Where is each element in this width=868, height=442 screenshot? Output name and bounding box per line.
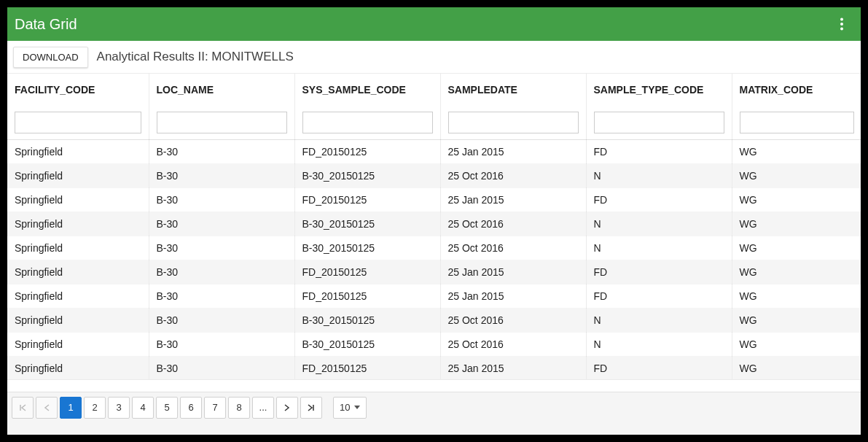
filter-sampledate[interactable] xyxy=(448,112,579,133)
cell-sampledate: 25 Jan 2015 xyxy=(440,139,586,163)
cell-loc_name: B-30 xyxy=(149,236,294,260)
filter-sample-type-code[interactable] xyxy=(594,112,724,133)
cell-facility_code: Springfield xyxy=(7,332,149,356)
col-header-matrix-code[interactable]: MATRIX_CODE xyxy=(732,74,861,106)
pager: 12345678... 10 xyxy=(7,392,861,422)
cell-sampledate: 25 Jan 2015 xyxy=(440,284,586,308)
table-row[interactable]: SpringfieldB-30FD_2015012525 Jan 2015FDW… xyxy=(7,187,861,212)
cell-sampledate: 25 Oct 2016 xyxy=(440,212,586,236)
col-header-sys-sample-code[interactable]: SYS_SAMPLE_CODE xyxy=(294,74,440,106)
panel-header: Data Grid xyxy=(7,7,861,41)
table-row[interactable]: SpringfieldB-30FD_2015012525 Jan 2015FDW… xyxy=(7,260,861,284)
svg-point-2 xyxy=(840,28,843,31)
col-header-loc-name[interactable]: LOC_NAME xyxy=(149,74,294,106)
pager-page-7[interactable]: 7 xyxy=(204,397,226,419)
cell-sample_type_code: FD xyxy=(586,260,732,284)
pager-first-button[interactable] xyxy=(12,397,34,419)
page-last-icon xyxy=(307,403,316,412)
cell-loc_name: B-30 xyxy=(149,260,294,284)
cell-sample_type_code: FD xyxy=(586,284,732,308)
filter-row xyxy=(7,106,861,139)
outer-horizontal-scrollbar[interactable] xyxy=(7,422,861,435)
data-table: FACILITY_CODE LOC_NAME SYS_SAMPLE_CODE S… xyxy=(7,74,861,379)
col-header-sampledate[interactable]: SAMPLEDATE xyxy=(440,74,586,106)
cell-sample_type_code: N xyxy=(586,332,732,356)
download-button[interactable]: DOWNLOAD xyxy=(13,47,88,68)
cell-facility_code: Springfield xyxy=(7,356,149,379)
toolbar: DOWNLOAD Analytical Results II: MONITWEL… xyxy=(7,41,861,73)
cell-sample_type_code: N xyxy=(586,236,732,260)
table-row[interactable]: SpringfieldB-30FD_2015012525 Jan 2015FDW… xyxy=(7,139,861,163)
grid-body: FACILITY_CODE LOC_NAME SYS_SAMPLE_CODE S… xyxy=(7,74,861,379)
page-size-value: 10 xyxy=(340,402,350,413)
table-row[interactable]: SpringfieldB-30FD_2015012525 Jan 2015FDW… xyxy=(7,284,861,308)
pager-page-2[interactable]: 2 xyxy=(84,397,106,419)
cell-matrix_code: WG xyxy=(732,356,861,379)
filter-matrix-code[interactable] xyxy=(740,112,854,133)
filter-facility-code[interactable] xyxy=(15,112,141,133)
cell-sampledate: 25 Oct 2016 xyxy=(440,163,586,187)
cell-loc_name: B-30 xyxy=(149,284,294,308)
cell-loc_name: B-30 xyxy=(149,163,294,187)
cell-sampledate: 25 Oct 2016 xyxy=(440,308,586,332)
cell-matrix_code: WG xyxy=(732,187,861,212)
col-header-facility-code[interactable]: FACILITY_CODE xyxy=(7,74,149,106)
cell-sampledate: 25 Jan 2015 xyxy=(440,260,586,284)
grid-wrap: FACILITY_CODE LOC_NAME SYS_SAMPLE_CODE S… xyxy=(7,73,861,422)
chevron-right-icon xyxy=(284,403,291,412)
cell-facility_code: Springfield xyxy=(7,236,149,260)
table-row[interactable]: SpringfieldB-30B-30_2015012525 Oct 2016N… xyxy=(7,163,861,187)
cell-sampledate: 25 Jan 2015 xyxy=(440,187,586,212)
cell-matrix_code: WG xyxy=(732,163,861,187)
page-first-icon xyxy=(18,403,27,412)
pager-page-6[interactable]: 6 xyxy=(180,397,202,419)
data-grid-panel: Data Grid DOWNLOAD Analytical Results II… xyxy=(7,7,861,435)
table-row[interactable]: SpringfieldB-30B-30_2015012525 Oct 2016N… xyxy=(7,332,861,356)
cell-sample_type_code: FD xyxy=(586,356,732,379)
pager-page-5[interactable]: 5 xyxy=(156,397,178,419)
pager-page-8[interactable]: 8 xyxy=(228,397,250,419)
cell-facility_code: Springfield xyxy=(7,163,149,187)
filter-sys-sample-code[interactable] xyxy=(302,112,433,133)
cell-sample_type_code: FD xyxy=(586,139,732,163)
cell-loc_name: B-30 xyxy=(149,139,294,163)
cell-facility_code: Springfield xyxy=(7,139,149,163)
cell-loc_name: B-30 xyxy=(149,356,294,379)
cell-sample_type_code: FD xyxy=(586,187,732,212)
filter-loc-name[interactable] xyxy=(157,112,287,133)
cell-loc_name: B-30 xyxy=(149,187,294,212)
cell-sys_sample_code: B-30_20150125 xyxy=(294,332,440,356)
page-size-select[interactable]: 10 xyxy=(333,397,367,419)
table-row[interactable]: SpringfieldB-30B-30_2015012525 Oct 2016N… xyxy=(7,236,861,260)
panel-title: Data Grid xyxy=(15,16,77,33)
pager-next-button[interactable] xyxy=(276,397,298,419)
cell-sampledate: 25 Jan 2015 xyxy=(440,356,586,379)
pager-last-button[interactable] xyxy=(300,397,322,419)
cell-sys_sample_code: FD_20150125 xyxy=(294,260,440,284)
cell-loc_name: B-30 xyxy=(149,212,294,236)
cell-loc_name: B-30 xyxy=(149,308,294,332)
pager-prev-button[interactable] xyxy=(36,397,58,419)
col-header-sample-type-code[interactable]: SAMPLE_TYPE_CODE xyxy=(586,74,732,106)
cell-matrix_code: WG xyxy=(732,139,861,163)
table-row[interactable]: SpringfieldB-30FD_2015012525 Jan 2015FDW… xyxy=(7,356,861,379)
table-row[interactable]: SpringfieldB-30B-30_2015012525 Oct 2016N… xyxy=(7,308,861,332)
pager-page-4[interactable]: 4 xyxy=(132,397,154,419)
svg-point-0 xyxy=(840,18,843,21)
more-vert-icon[interactable] xyxy=(833,15,851,33)
cell-loc_name: B-30 xyxy=(149,332,294,356)
pager-ellipsis[interactable]: ... xyxy=(252,397,274,419)
header-row: FACILITY_CODE LOC_NAME SYS_SAMPLE_CODE S… xyxy=(7,74,861,106)
pager-page-3[interactable]: 3 xyxy=(108,397,130,419)
table-row[interactable]: SpringfieldB-30B-30_2015012525 Oct 2016N… xyxy=(7,212,861,236)
cell-sys_sample_code: B-30_20150125 xyxy=(294,212,440,236)
cell-sys_sample_code: FD_20150125 xyxy=(294,284,440,308)
cell-facility_code: Springfield xyxy=(7,212,149,236)
cell-sys_sample_code: B-30_20150125 xyxy=(294,236,440,260)
cell-sampledate: 25 Oct 2016 xyxy=(440,332,586,356)
pager-page-1[interactable]: 1 xyxy=(60,397,82,419)
cell-facility_code: Springfield xyxy=(7,308,149,332)
caret-down-icon xyxy=(354,406,360,409)
grid-horizontal-scrollbar[interactable] xyxy=(7,379,861,392)
chevron-left-icon xyxy=(43,403,50,412)
